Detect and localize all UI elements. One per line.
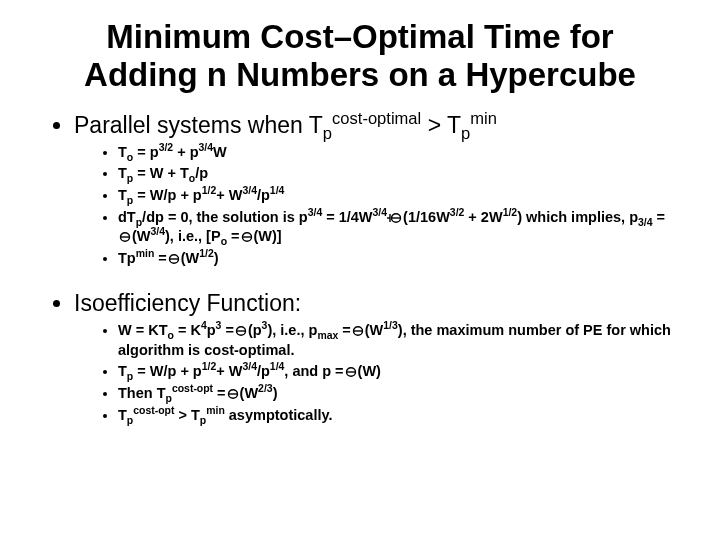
theta-icon <box>118 231 132 243</box>
text: ), i.e., p <box>267 322 317 338</box>
superscript: 1/2 <box>202 185 217 196</box>
text: T <box>118 407 127 423</box>
theta-icon <box>226 388 240 400</box>
text: = W + T <box>133 165 189 181</box>
text: T <box>118 187 127 203</box>
subscript: max <box>317 330 338 341</box>
text: ) <box>273 385 278 401</box>
text: (1/16W <box>403 209 450 225</box>
sub-item: W = KTo = K4p3 =(p3), i.e., pmax =(W1/3)… <box>118 321 672 360</box>
superscript: min <box>206 405 225 416</box>
superscript: 3/4 <box>199 142 214 153</box>
text: = <box>338 322 351 338</box>
subscript: 3/4 <box>638 216 653 227</box>
text: p <box>207 322 216 338</box>
text: W = KT <box>118 322 168 338</box>
text: (W)] <box>254 228 282 244</box>
bullet-parallel-systems: Parallel systems when Tpcost-optimal > T… <box>74 112 672 268</box>
superscript: cost-optimal <box>332 109 421 128</box>
text: W <box>213 144 227 160</box>
text: Tp <box>118 250 136 266</box>
superscript: cost-opt <box>172 383 213 394</box>
text: /p <box>257 363 270 379</box>
text: /p <box>257 187 270 203</box>
slide: Minimum Cost–Optimal Time for Adding n N… <box>0 0 720 540</box>
slide-title: Minimum Cost–Optimal Time for Adding n N… <box>48 18 672 94</box>
superscript: 3/2 <box>159 142 174 153</box>
text: = 1/4W <box>322 209 372 225</box>
superscript: min <box>470 109 497 128</box>
title-line-2: Adding n Numbers on a Hypercube <box>84 56 636 93</box>
superscript: 1/2 <box>202 362 217 373</box>
text: (W <box>240 385 259 401</box>
sub-item: Tpcost-opt > Tpmin asymptotically. <box>118 406 672 426</box>
text: Isoefficiency Function: <box>74 290 301 316</box>
sub-list-1: To = p3/2 + p3/4W Tp = W + To/p Tp = W/p… <box>74 143 672 268</box>
text: T <box>118 165 127 181</box>
text: = <box>227 228 240 244</box>
text: = p <box>133 144 158 160</box>
text: ) which implies, p <box>517 209 638 225</box>
sub-item: Then Tpcost-opt =(W2/3) <box>118 384 672 404</box>
superscript: 3/4 <box>242 362 257 373</box>
theta-icon <box>240 231 254 243</box>
superscript: 1/2 <box>199 248 214 259</box>
sub-list-2: W = KTo = K4p3 =(p3), i.e., pmax =(W1/3)… <box>74 321 672 425</box>
text: (W) <box>358 363 381 379</box>
top-bullet-list: Parallel systems when Tpcost-optimal > T… <box>48 112 672 425</box>
theta-icon <box>234 325 248 337</box>
superscript: 1/3 <box>383 320 398 331</box>
text: (W <box>181 250 200 266</box>
subscript: p <box>127 414 133 425</box>
subscript: p <box>323 123 332 142</box>
superscript: 1/4 <box>270 185 285 196</box>
text: ), i.e., [P <box>165 228 221 244</box>
theta-icon <box>167 253 181 265</box>
title-line-1: Minimum Cost–Optimal Time for <box>106 18 613 55</box>
sub-item: dTp/dp = 0, the solution is p3/4 = 1/4W3… <box>118 208 672 247</box>
text: /dp = 0, the solution is p <box>142 209 308 225</box>
text: ) <box>214 250 219 266</box>
superscript: 3/4 <box>373 207 388 218</box>
subscript: p <box>200 414 206 425</box>
superscript: 3/4 <box>308 207 323 218</box>
text: = <box>221 322 234 338</box>
text: = <box>653 209 666 225</box>
text: Parallel systems when T <box>74 112 323 138</box>
text: dT <box>118 209 136 225</box>
superscript: 1/4 <box>270 362 285 373</box>
text: T <box>118 144 127 160</box>
theta-icon <box>344 366 358 378</box>
text: /p <box>195 165 208 181</box>
superscript: min <box>136 248 155 259</box>
sub-item: To = p3/2 + p3/4W <box>118 143 672 163</box>
text: (W <box>365 322 384 338</box>
text: (p <box>248 322 262 338</box>
theta-icon <box>387 212 403 224</box>
text: = <box>213 385 226 401</box>
sub-item: Tp = W/p + p1/2+ W3/4/p1/4 <box>118 186 672 206</box>
sub-item: Tp = W/p + p1/2+ W3/4/p1/4, and p =(W) <box>118 362 672 382</box>
subscript: p <box>461 123 470 142</box>
text: = W/p + p <box>133 187 201 203</box>
superscript: 2/3 <box>258 383 273 394</box>
text: > T <box>174 407 199 423</box>
text: + W <box>216 187 242 203</box>
sub-item: Tp = W + To/p <box>118 164 672 184</box>
text: (W <box>132 228 151 244</box>
text: , and p = <box>284 363 343 379</box>
text: + 2W <box>464 209 502 225</box>
text: asymptotically. <box>225 407 333 423</box>
text: + p <box>173 144 198 160</box>
text: = <box>154 250 167 266</box>
bullet-isoefficiency: Isoefficiency Function: W = KTo = K4p3 =… <box>74 290 672 425</box>
superscript: cost-opt <box>133 405 174 416</box>
text: T <box>118 363 127 379</box>
superscript: 3/4 <box>242 185 257 196</box>
text: > T <box>421 112 461 138</box>
superscript: 3/4 <box>151 226 166 237</box>
subscript: p <box>166 393 172 404</box>
theta-icon <box>351 325 365 337</box>
superscript: 3/2 <box>450 207 465 218</box>
superscript: 1/2 <box>503 207 518 218</box>
